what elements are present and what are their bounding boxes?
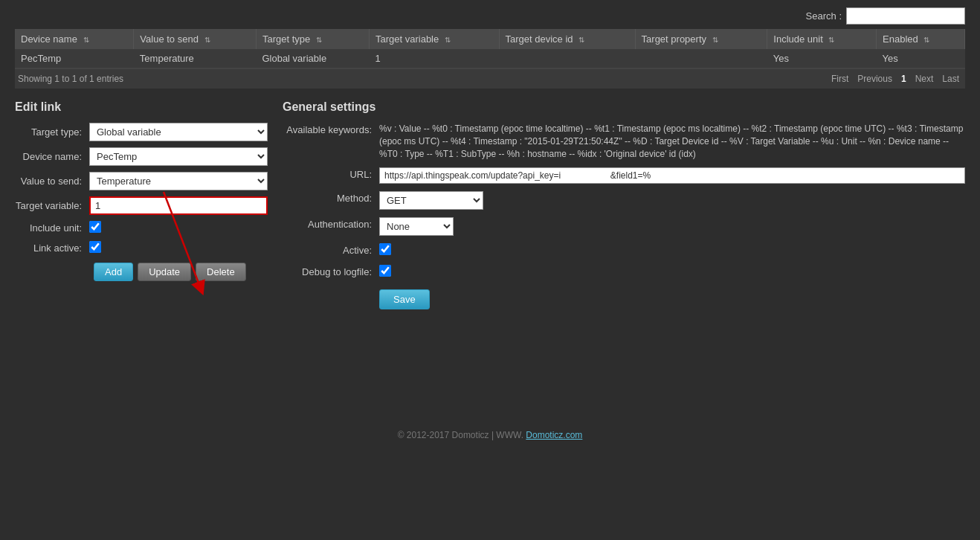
- sort-icon-target-type: ⇅: [316, 36, 322, 44]
- footer-text: © 2012-2017 Domoticz | WWW.: [398, 430, 523, 440]
- url-label: URL:: [283, 167, 379, 180]
- include-unit-checkbox[interactable]: [89, 221, 101, 233]
- footer: © 2012-2017 Domoticz | WWW. Domoticz.com: [15, 430, 965, 448]
- col-include-unit[interactable]: Include unit ⇅: [767, 29, 877, 49]
- link-active-checkbox[interactable]: [89, 241, 101, 253]
- pagination-buttons: First Previous 1 Next Last: [828, 73, 962, 85]
- cell-target-property: [635, 49, 767, 68]
- search-label: Search :: [806, 10, 842, 22]
- device-name-control: PecTemp: [89, 147, 268, 166]
- target-type-control: Global variable: [89, 123, 268, 141]
- device-name-row: Device name: PecTemp: [15, 147, 268, 166]
- active-row: Active:: [283, 243, 965, 257]
- col-value-to-send[interactable]: Value to send ⇅: [134, 29, 257, 49]
- edit-link-title: Edit link: [15, 100, 268, 114]
- sort-icon-target-device-id: ⇅: [578, 36, 584, 44]
- save-button[interactable]: Save: [379, 289, 430, 309]
- method-control: GET POST PUT: [379, 191, 483, 210]
- first-button[interactable]: First: [828, 73, 851, 85]
- sort-icon-enabled: ⇅: [923, 36, 929, 44]
- url-row: URL:: [283, 167, 965, 184]
- cell-device-name: PecTemp: [15, 49, 134, 68]
- authentication-control: None Basic: [379, 217, 454, 236]
- device-name-select[interactable]: PecTemp: [89, 147, 268, 166]
- method-select[interactable]: GET POST PUT: [379, 191, 483, 210]
- debug-label: Debug to logfile:: [283, 265, 379, 277]
- footer-link[interactable]: Domoticz.com: [526, 430, 582, 440]
- target-type-select[interactable]: Global variable: [89, 123, 268, 141]
- add-button[interactable]: Add: [94, 263, 133, 281]
- edit-general-container: Edit link Target type: Global variable D…: [15, 100, 965, 400]
- col-enabled[interactable]: Enabled ⇅: [877, 29, 965, 49]
- active-label: Active:: [283, 243, 379, 256]
- general-settings-title: General settings: [283, 100, 965, 114]
- authentication-label: Authentication:: [283, 217, 379, 230]
- debug-row: Debug to logfile:: [283, 265, 965, 279]
- method-row: Method: GET POST PUT: [283, 191, 965, 210]
- col-device-name[interactable]: Device name ⇅: [15, 29, 134, 49]
- current-page: 1: [898, 73, 909, 85]
- authentication-select[interactable]: None Basic: [379, 217, 454, 236]
- available-keywords-row: Available keywords: %v : Value -- %t0 : …: [283, 123, 965, 160]
- cell-target-type: Global variable: [256, 49, 369, 68]
- debug-control: [379, 265, 391, 279]
- search-input[interactable]: [846, 7, 965, 25]
- last-button[interactable]: Last: [939, 73, 962, 85]
- data-table: Device name ⇅ Value to send ⇅ Target typ…: [15, 29, 965, 68]
- sort-icon-include-unit: ⇅: [828, 36, 834, 44]
- active-checkbox[interactable]: [379, 243, 391, 255]
- method-label: Method:: [283, 191, 379, 204]
- target-type-row: Target type: Global variable: [15, 123, 268, 141]
- link-active-label: Link active:: [15, 242, 89, 254]
- table-row[interactable]: PecTemp Temperature Global variable 1 Ye…: [15, 49, 965, 68]
- cell-target-variable: 1: [369, 49, 499, 68]
- available-keywords-label: Available keywords:: [283, 123, 379, 135]
- sort-icon-target-variable: ⇅: [445, 36, 451, 44]
- col-target-type[interactable]: Target type ⇅: [256, 29, 369, 49]
- edit-link-section: Edit link Target type: Global variable D…: [15, 100, 268, 400]
- active-control: [379, 243, 391, 257]
- col-target-property[interactable]: Target property ⇅: [635, 29, 767, 49]
- url-input[interactable]: [379, 167, 965, 184]
- save-row: Save: [283, 286, 965, 309]
- cell-target-device-id: [499, 49, 635, 68]
- include-unit-label: Include unit:: [15, 222, 89, 234]
- cell-include-unit: Yes: [767, 49, 877, 68]
- authentication-row: Authentication: None Basic: [283, 217, 965, 236]
- next-button[interactable]: Next: [912, 73, 937, 85]
- target-variable-label: Target variable:: [15, 200, 89, 211]
- available-keywords-value: %v : Value -- %t0 : Timestamp (epoc time…: [379, 123, 965, 160]
- value-to-send-label: Value to send:: [15, 176, 89, 187]
- pagination-row: Showing 1 to 1 of 1 entries First Previo…: [15, 68, 965, 89]
- cell-value-to-send: Temperature: [134, 49, 257, 68]
- arrow-container: [15, 281, 268, 400]
- debug-checkbox[interactable]: [379, 265, 391, 277]
- col-target-variable[interactable]: Target variable ⇅: [369, 29, 499, 49]
- sort-icon-device-name: ⇅: [83, 36, 89, 44]
- red-arrow-svg: [156, 184, 245, 303]
- showing-text: Showing 1 to 1 of 1 entries: [18, 74, 123, 84]
- previous-button[interactable]: Previous: [854, 73, 895, 85]
- url-control: [379, 167, 965, 184]
- svg-line-1: [164, 192, 201, 289]
- cell-enabled: Yes: [877, 49, 965, 68]
- device-name-label: Device name:: [15, 151, 89, 162]
- sort-icon-value-to-send: ⇅: [204, 36, 210, 44]
- target-type-label: Target type:: [15, 126, 89, 138]
- search-bar: Search :: [15, 7, 965, 25]
- sort-icon-target-property: ⇅: [712, 36, 718, 44]
- general-settings-section: General settings Available keywords: %v …: [283, 100, 965, 400]
- col-target-device-id[interactable]: Target device id ⇅: [499, 29, 635, 49]
